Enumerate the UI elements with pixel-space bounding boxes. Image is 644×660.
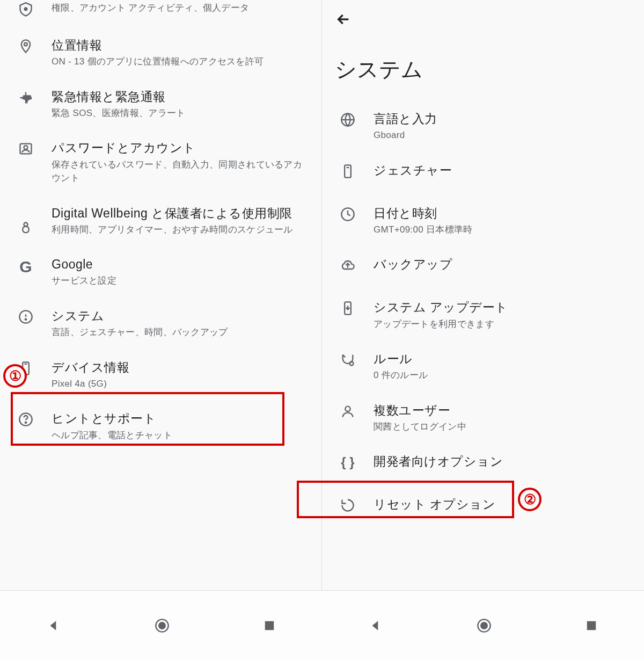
svg-point-17	[345, 406, 350, 411]
system-panel: システム 言語と入力 Gboard ジェスチャー 日付と時刻 GMT+09:00…	[322, 0, 644, 590]
settings-item-sub: Pixel 4a (5G)	[52, 377, 309, 391]
settings-item-tips[interactable]: ヒントとサポート ヘルプ記事、電話とチャット	[0, 400, 321, 452]
annotation-badge-2: ②	[518, 488, 541, 511]
settings-item-title: Google	[52, 256, 309, 273]
settings-item-title: 位置情報	[52, 37, 309, 54]
system-item-gestures[interactable]: ジェスチャー	[322, 152, 644, 195]
braces-icon: { }	[335, 453, 361, 470]
location-icon	[13, 37, 39, 54]
system-item-datetime[interactable]: 日付と時刻 GMT+09:00 日本標準時	[322, 195, 644, 246]
system-item-title: ルール	[374, 350, 631, 367]
navigation-bar	[0, 590, 644, 660]
settings-item-sub: 権限、アカウント アクティビティ、個人データ	[52, 1, 309, 15]
settings-item-passwords[interactable]: パスワードとアカウント 保存されているパスワード、自動入力、同期されているアカウ…	[0, 129, 321, 194]
settings-item-privacy[interactable]: 権限、アカウント アクティビティ、個人データ	[0, 0, 321, 27]
nav-home-button[interactable]	[155, 618, 170, 633]
svg-point-0	[25, 8, 27, 11]
settings-item-sub: ON - 13 個のアプリに位置情報へのアクセスを許可	[52, 55, 309, 69]
nav-recents-button[interactable]	[264, 620, 275, 632]
svg-point-7	[25, 318, 26, 320]
gesture-icon	[335, 162, 361, 179]
svg-point-11	[25, 422, 26, 423]
settings-item-sub: 言語、ジェスチャー、時間、バックアップ	[52, 325, 309, 339]
svg-point-1	[24, 43, 27, 46]
settings-item-wellbeing[interactable]: Digital Wellbeing と保護者による使用制限 利用時間、アプリタイ…	[0, 195, 321, 246]
settings-item-device[interactable]: デバイス情報 Pixel 4a (5G)	[0, 349, 321, 401]
privacy-icon	[13, 0, 39, 17]
system-item-update[interactable]: システム アップデート アップデートを利用できます	[322, 289, 644, 340]
settings-panel: 権限、アカウント アクティビティ、個人データ 位置情報 ON - 13 個のアプ…	[0, 0, 322, 590]
reset-icon	[335, 496, 361, 513]
settings-item-google[interactable]: G Google サービスと設定	[0, 246, 321, 298]
nav-recents-button[interactable]	[586, 620, 597, 632]
svg-point-16	[350, 362, 354, 366]
cloud-upload-icon	[335, 256, 361, 273]
clock-icon	[335, 205, 361, 222]
settings-item-sub: ヘルプ記事、電話とチャット	[52, 429, 309, 443]
google-icon: G	[13, 256, 39, 276]
system-item-title: 開発者向けオプション	[374, 453, 631, 470]
settings-item-title: Digital Wellbeing と保護者による使用制限	[52, 205, 309, 222]
nav-back-button[interactable]	[369, 619, 383, 633]
system-item-title: リセット オプション	[374, 496, 631, 513]
system-item-title: バックアップ	[374, 256, 631, 273]
system-item-sub: 0 件のルール	[374, 368, 631, 382]
system-item-users[interactable]: 複数ユーザー 関茜としてログイン中	[322, 392, 644, 444]
page-title: システム	[322, 39, 644, 100]
settings-item-title: パスワードとアカウント	[52, 139, 309, 156]
settings-item-title: デバイス情報	[52, 359, 309, 376]
system-item-developer[interactable]: { } 開発者向けオプション	[322, 443, 644, 486]
system-item-language[interactable]: 言語と入力 Gboard	[322, 100, 644, 152]
account-icon	[13, 139, 39, 156]
back-button[interactable]	[335, 11, 631, 28]
system-item-sub: Gboard	[374, 128, 631, 142]
settings-item-location[interactable]: 位置情報 ON - 13 個のアプリに位置情報へのアクセスを許可	[0, 27, 321, 78]
settings-item-sub: 緊急 SOS、医療情報、アラート	[52, 106, 309, 120]
update-icon	[335, 299, 361, 316]
user-icon	[335, 402, 361, 419]
system-item-sub: 関茜としてログイン中	[374, 420, 631, 434]
svg-point-22	[480, 622, 488, 629]
nav-home-button[interactable]	[477, 618, 492, 633]
svg-rect-23	[587, 621, 596, 630]
system-item-title: ジェスチャー	[374, 162, 631, 179]
system-item-reset[interactable]: リセット オプション	[322, 486, 644, 529]
svg-rect-20	[265, 621, 274, 630]
globe-icon	[335, 110, 361, 127]
system-item-sub: アップデートを利用できます	[374, 317, 631, 331]
header-bar	[322, 0, 644, 39]
system-icon	[13, 307, 39, 324]
help-icon	[13, 410, 39, 427]
nav-back-button[interactable]	[47, 619, 61, 633]
settings-item-sub: 保存されているパスワード、自動入力、同期されているアカウント	[52, 158, 309, 185]
annotation-badge-1: ①	[3, 364, 27, 388]
emergency-icon	[13, 88, 39, 105]
system-item-title: システム アップデート	[374, 299, 631, 316]
settings-item-title: 緊急情報と緊急通報	[52, 88, 309, 105]
settings-item-system[interactable]: システム 言語、ジェスチャー、時間、バックアップ	[0, 298, 321, 349]
system-item-title: 言語と入力	[374, 110, 631, 127]
wellbeing-icon	[13, 205, 39, 236]
system-item-title: 日付と時刻	[374, 205, 631, 222]
svg-point-3	[24, 146, 28, 150]
settings-item-title: ヒントとサポート	[52, 410, 309, 427]
settings-item-title: システム	[52, 307, 309, 324]
svg-point-19	[158, 622, 166, 629]
settings-item-emergency[interactable]: 緊急情報と緊急通報 緊急 SOS、医療情報、アラート	[0, 78, 321, 130]
settings-item-sub: サービスと設定	[52, 274, 309, 288]
system-item-backup[interactable]: バックアップ	[322, 246, 644, 289]
rules-icon	[335, 350, 361, 367]
system-item-rules[interactable]: ルール 0 件のルール	[322, 340, 644, 392]
system-item-sub: GMT+09:00 日本標準時	[374, 223, 631, 237]
system-item-title: 複数ユーザー	[374, 402, 631, 419]
settings-item-sub: 利用時間、アプリタイマー、おやすみ時間のスケジュール	[52, 223, 309, 237]
